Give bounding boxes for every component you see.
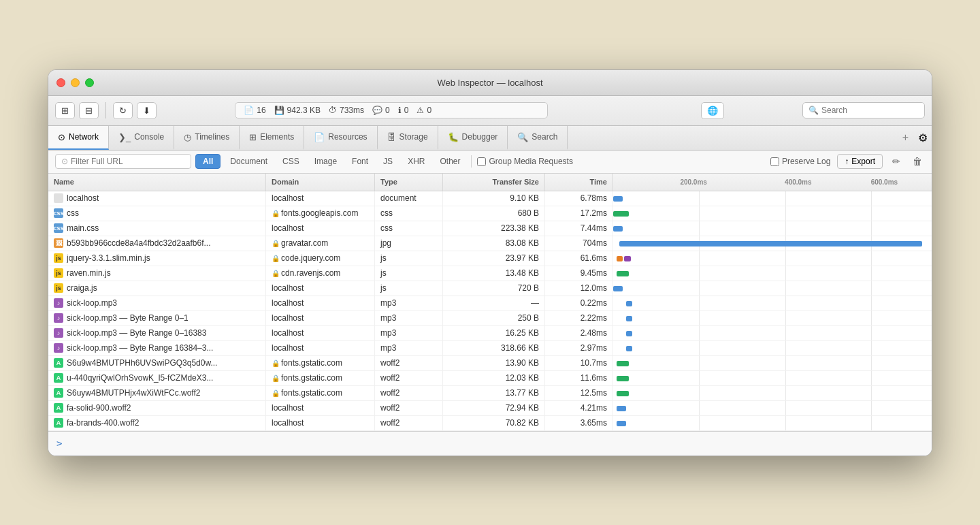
window: Web Inspector — localhost ⊞ ⊟ ↻ ⬇ 📄 16 💾… bbox=[48, 69, 932, 456]
timeline-cell bbox=[613, 416, 932, 430]
time-cell: 7.44ms bbox=[545, 221, 613, 236]
timeline-column-header: 200.0ms 400.0ms 600.0ms bbox=[613, 174, 932, 191]
domain-value: localhost bbox=[272, 403, 304, 413]
tab-elements[interactable]: ⊞ Elements bbox=[240, 126, 304, 150]
domain-value: localhost bbox=[272, 328, 304, 338]
size-value: 318.66 KB bbox=[501, 343, 539, 353]
tab-console[interactable]: ❯_ Console bbox=[109, 126, 174, 150]
tab-search[interactable]: 🔍 Search bbox=[508, 126, 568, 150]
filter-all-button[interactable]: All bbox=[195, 154, 220, 169]
console-tab-icon: ❯_ bbox=[118, 132, 131, 142]
size-value: 72.94 KB bbox=[506, 403, 539, 413]
tab-debugger[interactable]: 🐛 Debugger bbox=[438, 126, 508, 150]
toolbar-search-box[interactable]: 🔍 bbox=[802, 102, 925, 118]
settings-button[interactable]: ⚙ bbox=[914, 126, 932, 150]
table-row[interactable]: A u-440qyriQwlOrhSvowK_l5-fCZMdeX3... 🔒 … bbox=[48, 371, 932, 386]
timeline-cell bbox=[613, 311, 932, 325]
table-row[interactable]: localhost localhost document 9.10 KB 6.7… bbox=[48, 191, 932, 206]
reload-button[interactable]: ↻ bbox=[113, 102, 133, 119]
table-row[interactable]: A S6u9w4BMUTPHh6UVSwiPGQ3q5d0w... 🔒 font… bbox=[48, 356, 932, 371]
type-column-header[interactable]: Type bbox=[375, 174, 443, 191]
close-button[interactable] bbox=[56, 78, 65, 87]
export-button[interactable]: ↑ Export bbox=[837, 154, 883, 169]
timeline-cell bbox=[613, 206, 932, 221]
tab-network[interactable]: ⊙ Network bbox=[48, 126, 109, 150]
table-row[interactable]: css main.css localhost css 223.38 KB 7.4… bbox=[48, 221, 932, 236]
time-column-header[interactable]: Time bbox=[545, 174, 613, 191]
filter-xhr-button[interactable]: XHR bbox=[402, 155, 430, 168]
time-value: 4.21ms bbox=[581, 403, 607, 413]
domain-value: code.jquery.com bbox=[281, 253, 340, 263]
domain-value: localhost bbox=[272, 193, 304, 203]
preserve-log-checkbox-label[interactable]: Preserve Log bbox=[770, 157, 830, 166]
type-value: mp3 bbox=[380, 298, 396, 308]
table-row[interactable]: ♪ sick-loop.mp3 — Byte Range 0–16383 loc… bbox=[48, 326, 932, 341]
file-type-icon: ♪ bbox=[54, 343, 63, 353]
table-row[interactable]: ♪ sick-loop.mp3 — Byte Range 16384–3... … bbox=[48, 341, 932, 356]
type-cell: mp3 bbox=[375, 296, 443, 311]
globe-button[interactable]: 🌐 bbox=[701, 102, 724, 119]
maximize-button[interactable] bbox=[85, 78, 94, 87]
file-type-icon: js bbox=[54, 253, 63, 263]
filter-image-button[interactable]: Image bbox=[309, 155, 342, 168]
clock-icon: ⏱ bbox=[329, 106, 337, 115]
type-value: mp3 bbox=[380, 313, 396, 323]
table-row[interactable]: ♪ sick-loop.mp3 localhost mp3 — 0.22ms bbox=[48, 296, 932, 311]
file-type-icon: css bbox=[54, 208, 63, 218]
tab-search-label: Search bbox=[532, 132, 557, 142]
tab-storage[interactable]: 🗄 Storage bbox=[378, 126, 438, 150]
table-row[interactable]: js craiga.js localhost js 720 B 12.0ms bbox=[48, 281, 932, 296]
table-row[interactable]: ♪ sick-loop.mp3 — Byte Range 0–1 localho… bbox=[48, 311, 932, 326]
table-row[interactable]: js jquery-3.3.1.slim.min.js 🔒 code.jquer… bbox=[48, 251, 932, 266]
preserve-log-checkbox[interactable] bbox=[770, 157, 779, 166]
size-column-header[interactable]: Transfer Size bbox=[443, 174, 545, 191]
download-button[interactable]: ⬇ bbox=[137, 102, 157, 119]
type-cell: mp3 bbox=[375, 341, 443, 355]
table-row[interactable]: A fa-brands-400.woff2 localhost woff2 70… bbox=[48, 416, 932, 431]
table-row[interactable]: A fa-solid-900.woff2 localhost woff2 72.… bbox=[48, 401, 932, 416]
table-row[interactable]: A S6uyw4BMUTPHjx4wXiWtFCc.woff2 🔒 fonts.… bbox=[48, 386, 932, 401]
filter-font-button[interactable]: Font bbox=[346, 155, 374, 168]
time-value: 12.0ms bbox=[581, 283, 607, 293]
file-type-icon bbox=[54, 193, 63, 203]
tab-resources[interactable]: 📄 Resources bbox=[304, 126, 377, 150]
filter-js-button[interactable]: JS bbox=[378, 155, 398, 168]
clear-filter-button[interactable]: ✏ bbox=[889, 155, 903, 168]
file-name: b593bb966ccde8a4a4fbdc32d2aafb6f... bbox=[67, 238, 211, 248]
size-cell: — bbox=[443, 296, 545, 311]
filter-document-button[interactable]: Document bbox=[225, 155, 273, 168]
sidebar-toggle-button[interactable]: ⊞ bbox=[55, 102, 75, 119]
group-media-checkbox-label[interactable]: Group Media Requests bbox=[477, 157, 572, 166]
name-column-header[interactable]: Name bbox=[48, 174, 266, 191]
name-cell: ♪ sick-loop.mp3 — Byte Range 0–1 bbox=[48, 311, 266, 325]
time-value: 10.7ms bbox=[581, 358, 607, 368]
gear-icon: ⚙ bbox=[918, 131, 928, 144]
minimize-button[interactable] bbox=[71, 78, 80, 87]
delete-button[interactable]: 🗑 bbox=[910, 155, 925, 168]
time-value: 0.22ms bbox=[581, 298, 607, 308]
filter-css-button[interactable]: CSS bbox=[277, 155, 305, 168]
filter-other-button[interactable]: Other bbox=[434, 155, 466, 168]
name-cell: css css bbox=[48, 206, 266, 221]
timeline-cell bbox=[613, 281, 932, 296]
size-value: 13.48 KB bbox=[506, 268, 539, 278]
group-media-checkbox[interactable] bbox=[477, 157, 486, 166]
time-value: 704ms bbox=[583, 238, 607, 248]
tab-timelines[interactable]: ◷ Timelines bbox=[174, 126, 240, 150]
table-row[interactable]: css css 🔒 fonts.googleapis.com css 680 B… bbox=[48, 206, 932, 221]
time-value: 3.65ms bbox=[581, 418, 607, 428]
time-cell: 12.5ms bbox=[545, 386, 613, 400]
file-name: S6u9w4BMUTPHh6UVSwiPGQ3q5d0w... bbox=[67, 358, 217, 368]
domain-column-header[interactable]: Domain bbox=[266, 174, 375, 191]
table-row[interactable]: 🖼 b593bb966ccde8a4a4fbdc32d2aafb6f... 🔒 … bbox=[48, 236, 932, 251]
table-row[interactable]: js raven.min.js 🔒 cdn.ravenjs.com js 13.… bbox=[48, 266, 932, 281]
size-cell: 23.97 KB bbox=[443, 251, 545, 266]
time-value: 17.2ms bbox=[581, 208, 607, 218]
layout-toggle-button[interactable]: ⊟ bbox=[79, 102, 99, 119]
tl-mark-600: 600.0ms bbox=[871, 178, 898, 186]
filter-url-field[interactable] bbox=[71, 157, 185, 166]
console-bar[interactable]: > bbox=[48, 431, 932, 456]
url-filter-input[interactable]: ⊙ bbox=[55, 154, 191, 169]
add-tab-button[interactable]: + bbox=[897, 126, 914, 150]
search-input[interactable] bbox=[821, 106, 919, 115]
